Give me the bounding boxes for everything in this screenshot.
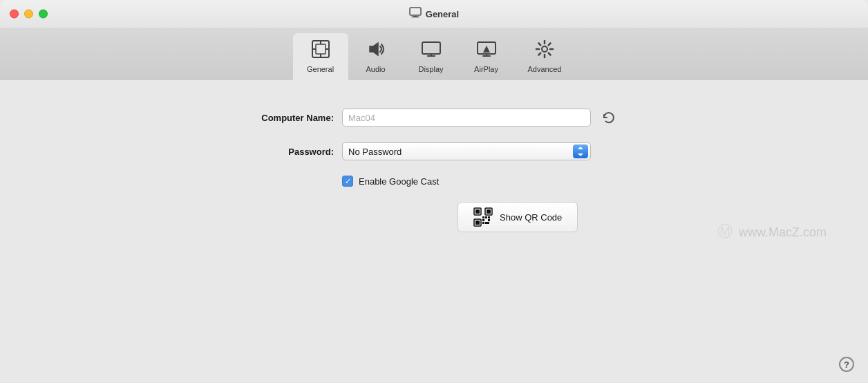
svg-rect-19 xyxy=(475,209,480,214)
svg-rect-25 xyxy=(485,216,487,218)
window-title-area: General xyxy=(409,7,459,21)
form-area: Computer Name: Password: No Password Set… xyxy=(227,108,641,232)
svg-rect-27 xyxy=(482,219,484,221)
close-button[interactable] xyxy=(10,10,19,19)
svg-rect-28 xyxy=(488,219,490,221)
toolbar: General Audio Display xyxy=(0,28,868,80)
tab-display-label: Display xyxy=(418,65,443,73)
password-select-wrapper: No Password Set Password xyxy=(342,142,591,160)
password-row: Password: No Password Set Password xyxy=(227,142,641,160)
svg-rect-24 xyxy=(482,216,484,218)
computer-name-label: Computer Name: xyxy=(227,113,334,123)
window-title-icon xyxy=(409,7,422,21)
display-icon xyxy=(421,39,442,62)
main-content: Computer Name: Password: No Password Set… xyxy=(0,80,868,383)
enable-google-cast-row: ✓ Enable Google Cast xyxy=(227,176,641,187)
computer-name-input[interactable] xyxy=(342,109,591,127)
window-title-text: General xyxy=(426,9,459,19)
show-qr-code-label: Show QR Code xyxy=(500,212,562,223)
svg-rect-29 xyxy=(482,222,484,224)
svg-rect-30 xyxy=(485,222,489,224)
window-controls xyxy=(10,10,48,19)
svg-rect-23 xyxy=(475,221,480,225)
refresh-button[interactable] xyxy=(599,108,619,127)
tab-display[interactable]: Display xyxy=(404,33,459,80)
show-qr-code-button[interactable]: Show QR Code xyxy=(457,202,578,232)
svg-point-17 xyxy=(542,46,547,52)
title-bar: General xyxy=(0,0,868,28)
enable-google-cast-checkbox[interactable]: ✓ xyxy=(342,176,353,187)
checkmark-icon: ✓ xyxy=(345,178,351,185)
enable-google-cast-label: Enable Google Cast xyxy=(359,176,439,187)
svg-marker-16 xyxy=(483,46,490,53)
svg-rect-4 xyxy=(316,44,326,54)
tab-advanced[interactable]: Advanced xyxy=(514,33,576,80)
tab-airplay[interactable]: AirPlay xyxy=(459,33,514,80)
computer-name-row: Computer Name: xyxy=(227,108,641,127)
password-select[interactable]: No Password Set Password xyxy=(342,142,591,160)
watermark: Ⓜ www.MacZ.com xyxy=(717,221,827,242)
general-icon xyxy=(310,39,331,62)
tab-audio-label: Audio xyxy=(366,65,385,73)
svg-rect-21 xyxy=(487,209,491,214)
airplay-icon xyxy=(476,39,497,62)
svg-rect-26 xyxy=(488,216,490,218)
svg-marker-9 xyxy=(370,43,378,55)
tab-advanced-label: Advanced xyxy=(528,65,562,73)
qr-code-icon xyxy=(473,207,493,227)
tab-general[interactable]: General xyxy=(293,33,348,80)
help-label: ? xyxy=(844,359,849,370)
help-button[interactable]: ? xyxy=(839,357,854,372)
minimize-button[interactable] xyxy=(24,10,33,19)
audio-icon xyxy=(366,39,386,62)
tab-general-label: General xyxy=(307,65,334,73)
password-label: Password: xyxy=(227,147,334,157)
svg-rect-0 xyxy=(410,8,421,15)
tab-airplay-label: AirPlay xyxy=(474,65,498,73)
advanced-icon xyxy=(534,39,555,62)
svg-rect-10 xyxy=(422,42,440,54)
maximize-button[interactable] xyxy=(39,10,48,19)
qr-button-wrapper: Show QR Code xyxy=(227,202,641,232)
tab-audio[interactable]: Audio xyxy=(348,33,404,80)
